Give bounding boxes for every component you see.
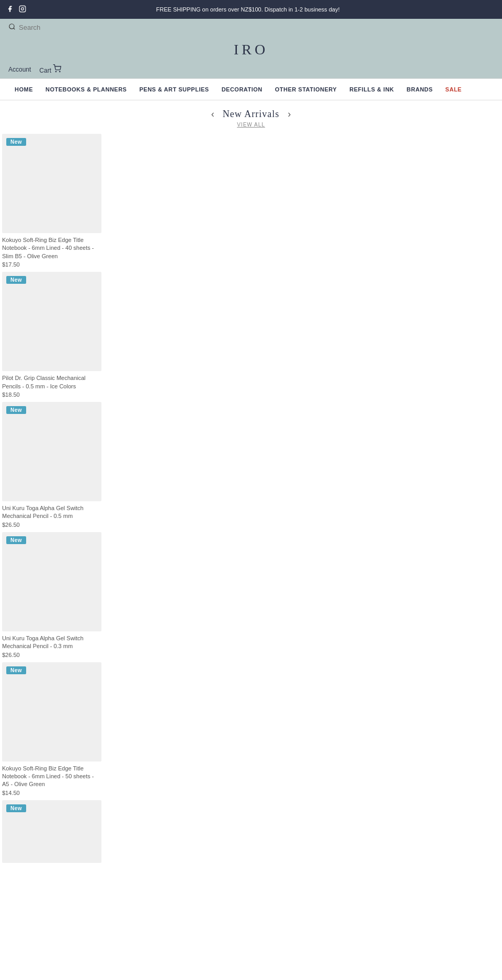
product-list: New Kokuyo Soft-Ring Biz Edge Title Note…	[0, 134, 502, 863]
svg-line-4	[14, 28, 15, 30]
svg-point-3	[9, 24, 14, 29]
social-icons	[6, 5, 26, 14]
nav-pens[interactable]: PENS & ART SUPPLIES	[133, 79, 215, 100]
search-bar	[0, 19, 502, 36]
new-badge: New	[6, 666, 26, 674]
nav-brands[interactable]: BRANDS	[401, 79, 439, 100]
new-badge: New	[6, 804, 26, 812]
product-image: New	[2, 272, 101, 371]
nav-home[interactable]: HOME	[8, 79, 39, 100]
product-name: Uni Kuru Toga Alpha Gel Switch Mechanica…	[2, 635, 101, 651]
product-image: New	[2, 134, 101, 233]
svg-rect-0	[19, 6, 26, 12]
product-item[interactable]: New Kokuyo Soft-Ring Biz Edge Title Note…	[2, 134, 500, 268]
new-badge: New	[6, 276, 26, 284]
product-item[interactable]: New Pilot Dr. Grip Classic Mechanical Pe…	[2, 272, 500, 398]
section-header: ‹ New Arrivals ›	[0, 100, 502, 122]
svg-point-2	[24, 7, 25, 7]
svg-point-6	[60, 71, 60, 72]
product-price: $18.50	[2, 391, 500, 398]
product-name: Kokuyo Soft-Ring Biz Edge Title Notebook…	[2, 236, 101, 260]
product-image: New	[2, 532, 101, 631]
new-badge: New	[6, 138, 26, 146]
shipping-text: FREE SHIPPING on orders over NZ$100. Dis…	[26, 6, 470, 13]
product-item[interactable]: New Uni Kuru Toga Alpha Gel Switch Mecha…	[2, 402, 500, 528]
product-price: $26.50	[2, 522, 500, 528]
nav-other[interactable]: OTHER STATIONERY	[269, 79, 343, 100]
search-input[interactable]	[19, 24, 107, 31]
search-icon	[8, 23, 16, 32]
new-badge: New	[6, 536, 26, 544]
product-name: Uni Kuru Toga Alpha Gel Switch Mechanica…	[2, 504, 101, 521]
product-item[interactable]: New Kokuyo Soft-Ring Biz Edge Title Note…	[2, 662, 500, 796]
product-name: Pilot Dr. Grip Classic Mechanical Pencil…	[2, 374, 101, 390]
cart-link[interactable]: Cart	[39, 64, 61, 74]
new-badge: New	[6, 406, 26, 414]
nav-notebooks[interactable]: NOTEBOOKS & PLANNERS	[39, 79, 133, 100]
top-bar: FREE SHIPPING on orders over NZ$100. Dis…	[0, 0, 502, 19]
next-arrow[interactable]: ›	[288, 109, 291, 120]
product-image: New	[2, 402, 101, 501]
account-link[interactable]: Account	[8, 66, 31, 73]
nav-sale[interactable]: SALE	[439, 79, 468, 100]
svg-point-5	[56, 71, 56, 72]
product-item[interactable]: New	[2, 800, 500, 863]
product-price: $26.50	[2, 652, 500, 658]
facebook-icon[interactable]	[6, 5, 14, 14]
product-price: $14.50	[2, 790, 500, 796]
product-image: New	[2, 800, 101, 863]
product-name: Kokuyo Soft-Ring Biz Edge Title Notebook…	[2, 765, 101, 789]
prev-arrow[interactable]: ‹	[211, 109, 214, 120]
product-item[interactable]: New Uni Kuru Toga Alpha Gel Switch Mecha…	[2, 532, 500, 658]
section-title: New Arrivals	[223, 109, 279, 120]
product-price: $17.50	[2, 261, 500, 268]
svg-point-1	[21, 7, 24, 10]
cart-icon	[53, 67, 61, 74]
account-cart-bar: Account Cart	[0, 62, 502, 78]
logo[interactable]: IRO	[0, 41, 502, 58]
view-all-link[interactable]: VIEW ALL	[0, 122, 502, 128]
nav-decoration[interactable]: DECORATION	[215, 79, 269, 100]
main-nav: HOME NOTEBOOKS & PLANNERS PENS & ART SUP…	[0, 78, 502, 100]
product-image: New	[2, 662, 101, 762]
instagram-icon[interactable]	[19, 5, 26, 14]
logo-area: IRO	[0, 36, 502, 62]
nav-refills[interactable]: REFILLS & INK	[343, 79, 400, 100]
